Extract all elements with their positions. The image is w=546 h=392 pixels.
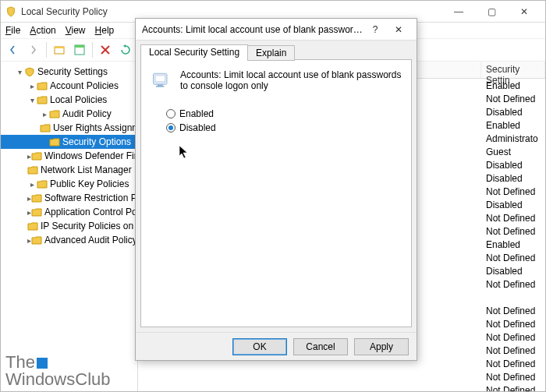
- folder-icon: [49, 137, 60, 147]
- menu-file[interactable]: File: [5, 25, 20, 36]
- twisty-icon[interactable]: ▾: [27, 96, 37, 104]
- col-security-setting[interactable]: Security Settin: [481, 62, 545, 78]
- folder-icon: [27, 165, 38, 175]
- tree-item-label: Public Key Policies: [50, 178, 129, 189]
- tree-item-label: Audit Policy: [62, 108, 112, 119]
- tree-item[interactable]: ▾Local Policies: [1, 93, 137, 107]
- tree-item-label: IP Security Policies on Loca: [41, 221, 138, 231]
- radio-disabled-circle: [166, 123, 176, 132]
- cell-setting: Enabled: [481, 239, 545, 250]
- app-icon: [5, 6, 16, 17]
- tree-item[interactable]: ▸Audit Policy: [1, 107, 137, 121]
- twisty-icon[interactable]: ▸: [27, 180, 37, 189]
- tree-root[interactable]: ▾ Security Settings: [1, 65, 137, 79]
- ok-button[interactable]: OK: [232, 338, 287, 355]
- watermark-line2: WindowsClub: [5, 369, 111, 389]
- tree-item-label: Account Policies: [50, 80, 119, 91]
- folder-icon: [49, 109, 60, 118]
- twisty-icon[interactable]: ▸: [40, 110, 49, 118]
- cell-setting: Disabled: [481, 160, 545, 171]
- tab-local-security-setting[interactable]: Local Security Setting: [140, 44, 248, 60]
- tree-item[interactable]: ▸Software Restriction Policie: [1, 191, 137, 205]
- folder-icon: [31, 207, 42, 217]
- policy-description-text: Accounts: Limit local account use of bla…: [180, 69, 402, 91]
- radio-enabled-circle: [166, 109, 176, 118]
- svg-rect-13: [158, 84, 163, 86]
- table-row[interactable]: Not Defined: [138, 370, 545, 383]
- radio-group: Enabled Disabled: [166, 108, 402, 133]
- tree-pane[interactable]: ▾ Security Settings ▸Account Policies▾Lo…: [1, 62, 138, 392]
- tree-item[interactable]: ▸Windows Defender Firewall: [1, 149, 137, 163]
- forward-button[interactable]: [24, 41, 43, 59]
- tree-item-label: Local Policies: [50, 94, 107, 105]
- twisty-icon[interactable]: ▸: [27, 82, 37, 90]
- radio-enabled-label: Enabled: [179, 108, 214, 119]
- folder-icon: [31, 151, 42, 161]
- apply-button[interactable]: Apply: [354, 338, 409, 355]
- tree-item[interactable]: ▸Account Policies: [1, 79, 137, 93]
- up-button[interactable]: [50, 41, 69, 59]
- tree-root-label: Security Settings: [37, 66, 108, 77]
- radio-disabled[interactable]: Disabled: [166, 122, 402, 133]
- cell-setting: Not Defined: [481, 279, 545, 290]
- tree-item[interactable]: Security Options: [1, 135, 137, 149]
- tree-item[interactable]: Network List Manager Poli: [1, 163, 137, 177]
- cell-setting: Enabled: [481, 120, 545, 131]
- menu-view[interactable]: View: [66, 25, 86, 36]
- refresh-button[interactable]: [116, 41, 135, 59]
- table-row[interactable]: Not Defined: [138, 383, 545, 392]
- delete-button[interactable]: [96, 41, 115, 59]
- dialog-body: Accounts: Limit local account use of bla…: [140, 59, 412, 327]
- cell-setting: Disabled: [481, 266, 545, 277]
- tree-item[interactable]: ▸Advanced Audit Policy Co: [1, 233, 137, 247]
- tab-explain[interactable]: Explain: [247, 45, 295, 61]
- cell-setting: Administrato: [481, 133, 545, 144]
- minimize-button[interactable]: —: [442, 1, 475, 23]
- close-button[interactable]: ✕: [508, 1, 541, 23]
- cell-setting: Enabled: [481, 80, 545, 91]
- folder-icon: [37, 95, 48, 104]
- dialog-titlebar: Accounts: Limit local account use of bla…: [136, 19, 417, 41]
- dialog-help-button[interactable]: ?: [363, 19, 387, 41]
- tree-item[interactable]: IP Security Policies on Loca: [1, 219, 137, 233]
- cell-setting: Not Defined: [481, 253, 545, 263]
- cell-setting: Not Defined: [481, 385, 545, 393]
- cell-setting: Not Defined: [481, 226, 545, 237]
- folder-icon: [40, 123, 51, 132]
- tree-item-label: Security Options: [62, 136, 131, 147]
- menu-action[interactable]: Action: [30, 25, 55, 36]
- policy-icon: [151, 69, 172, 91]
- properties-dialog: Accounts: Limit local account use of bla…: [135, 18, 417, 361]
- menu-help[interactable]: Help: [95, 25, 115, 36]
- cell-setting: Disabled: [481, 107, 545, 118]
- cell-setting: Guest: [481, 147, 545, 157]
- properties-button[interactable]: [70, 41, 89, 59]
- tree-item[interactable]: ▸Public Key Policies: [1, 177, 137, 191]
- radio-enabled[interactable]: Enabled: [166, 108, 402, 119]
- dialog-tabs: Local Security Setting Explain: [140, 44, 412, 59]
- folder-icon: [31, 193, 42, 203]
- cell-setting: Not Defined: [481, 94, 545, 104]
- tree-item[interactable]: User Rights Assignment: [1, 121, 137, 135]
- policy-description-row: Accounts: Limit local account use of bla…: [151, 69, 402, 91]
- cancel-button[interactable]: Cancel: [293, 338, 348, 355]
- cell-setting: Not Defined: [481, 345, 545, 356]
- tree-item-label: Advanced Audit Policy Co: [44, 235, 138, 245]
- cell-setting: Not Defined: [481, 319, 545, 330]
- svg-rect-3: [75, 45, 84, 48]
- watermark-square-icon: [37, 358, 48, 369]
- cell-setting: Disabled: [481, 200, 545, 210]
- cell-setting: Not Defined: [481, 372, 545, 383]
- folder-icon: [27, 221, 38, 231]
- tree-item[interactable]: ▸Application Control Policie: [1, 205, 137, 219]
- maximize-button[interactable]: ▢: [475, 1, 508, 23]
- tree-item-label: Application Control Policie: [44, 207, 138, 217]
- tree-item-label: Software Restriction Policie: [44, 192, 138, 203]
- dialog-button-row: OK Cancel Apply: [136, 332, 417, 360]
- radio-disabled-label: Disabled: [179, 122, 216, 133]
- dialog-title: Accounts: Limit local account use of bla…: [142, 24, 363, 35]
- dialog-close-button[interactable]: ✕: [387, 19, 410, 41]
- window-title: Local Security Policy: [21, 6, 442, 17]
- tree-item-label: Windows Defender Firewall: [44, 150, 138, 161]
- back-button[interactable]: [4, 41, 23, 59]
